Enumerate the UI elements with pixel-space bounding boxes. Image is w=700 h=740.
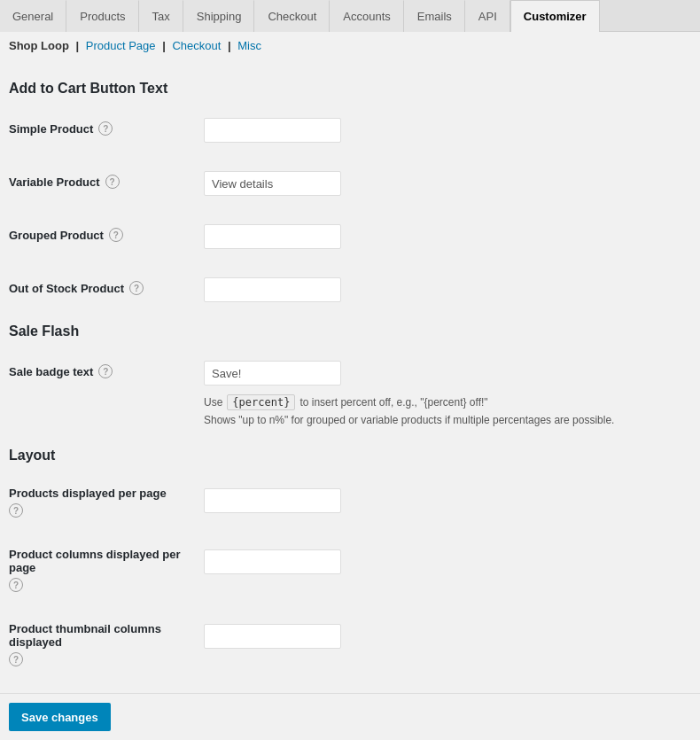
sale-badge-input[interactable]	[204, 361, 341, 386]
field-thumbnail-columns: Product thumbnail columns displayed ?	[9, 613, 691, 674]
badge-hint-suffix: to insert percent off, e.g., "{percent} …	[299, 396, 487, 409]
badge-hint-prefix: Use	[204, 396, 222, 409]
grouped-product-label: Grouped Product	[9, 229, 104, 242]
thumbnail-columns-help-icon[interactable]: ?	[9, 652, 23, 666]
sale-flash-heading: Sale Flash	[9, 323, 691, 345]
variable-product-label: Variable Product	[9, 175, 100, 189]
products-per-page-label: Products displayed per page	[9, 487, 204, 500]
breadcrumb-sep-2: |	[162, 39, 166, 52]
tab-products[interactable]: Products	[66, 0, 138, 32]
product-columns-help-icon[interactable]: ?	[9, 578, 23, 592]
out-of-stock-input[interactable]	[204, 277, 341, 302]
products-per-page-input[interactable]	[204, 488, 341, 513]
breadcrumb-shop-loop: Shop Loop	[9, 39, 69, 52]
tab-api[interactable]: API	[465, 0, 510, 32]
simple-product-label: Simple Product	[9, 122, 93, 136]
breadcrumb-checkout[interactable]: Checkout	[172, 39, 221, 52]
thumbnail-columns-label: Product thumbnail columns displayed	[9, 622, 204, 649]
layout-heading: Layout	[9, 448, 691, 469]
tab-general[interactable]: General	[0, 0, 66, 32]
sale-badge-hint: Use {percent} to insert percent off, e.g…	[204, 394, 614, 426]
grouped-product-input[interactable]	[204, 224, 341, 249]
out-of-stock-help-icon[interactable]: ?	[129, 281, 144, 295]
breadcrumb-sep-1: |	[76, 39, 80, 52]
tabs-bar: General Products Tax Shipping Checkout A…	[0, 0, 700, 32]
thumbnail-columns-input[interactable]	[204, 624, 341, 649]
field-simple-product: Simple Product ?	[9, 111, 691, 150]
field-products-per-page: Products displayed per page ?	[9, 478, 691, 525]
tab-shipping[interactable]: Shipping	[183, 0, 255, 32]
grouped-product-help-icon[interactable]: ?	[109, 228, 123, 242]
field-sale-badge: Sale badge text ? Use {percent} to inser…	[9, 354, 691, 433]
badge-hint-line2: Shows "up to n%" for grouped or variable…	[204, 414, 614, 426]
tab-emails[interactable]: Emails	[404, 0, 465, 32]
variable-product-input[interactable]	[204, 171, 341, 196]
simple-product-help-icon[interactable]: ?	[98, 121, 113, 136]
breadcrumb-product-page[interactable]: Product Page	[86, 39, 156, 52]
variable-product-help-icon[interactable]: ?	[105, 175, 120, 189]
product-columns-label: Product columns displayed per page	[9, 548, 204, 574]
badge-hint-code: {percent}	[227, 394, 295, 410]
sale-badge-help-icon[interactable]: ?	[98, 364, 113, 378]
tab-customizer[interactable]: Customizer	[510, 0, 600, 32]
breadcrumb-sep-3: |	[228, 39, 231, 52]
breadcrumb-misc[interactable]: Misc	[237, 39, 261, 52]
products-per-page-help-icon[interactable]: ?	[9, 503, 23, 518]
breadcrumb: Shop Loop | Product Page | Checkout | Mi…	[0, 32, 700, 59]
field-out-of-stock: Out of Stock Product ?	[9, 270, 691, 309]
simple-product-input[interactable]	[204, 118, 341, 143]
save-changes-button[interactable]: Save changes	[9, 703, 111, 731]
field-variable-product: Variable Product ?	[9, 164, 691, 203]
tab-tax[interactable]: Tax	[139, 0, 183, 32]
out-of-stock-label: Out of Stock Product	[9, 282, 124, 295]
product-columns-input[interactable]	[204, 549, 341, 574]
add-to-cart-heading: Add to Cart Button Text	[9, 81, 691, 102]
tab-checkout[interactable]: Checkout	[254, 0, 330, 32]
field-product-columns: Product columns displayed per page ?	[9, 539, 691, 599]
field-grouped-product: Grouped Product ?	[9, 217, 691, 256]
tab-accounts[interactable]: Accounts	[330, 0, 403, 32]
main-content: Add to Cart Button Text Simple Product ?…	[0, 59, 700, 740]
sale-badge-label: Sale badge text	[9, 365, 93, 378]
save-btn-area: Save changes	[0, 693, 700, 740]
